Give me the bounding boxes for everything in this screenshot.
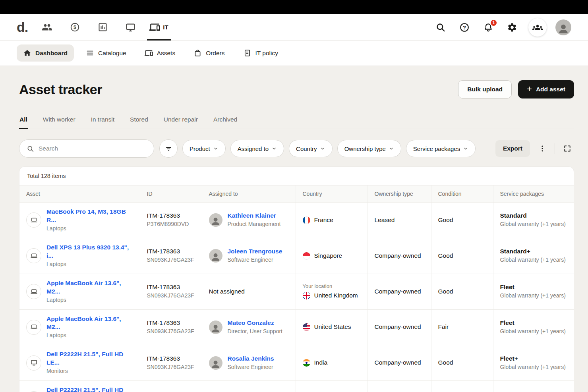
table-row[interactable]: Apple MacBook Air 13.6", M2... Laptops I… [19, 274, 574, 309]
asset-name-link[interactable]: MacBook Pro 14, M3, 18GB R... [46, 208, 133, 224]
assignee-avatar[interactable] [209, 321, 222, 334]
filter-toolbar: Product Assigned to Country Ownership ty… [19, 139, 574, 158]
assignee-role: Director, User Support [228, 327, 283, 336]
asset-name-link[interactable]: Dell P2222H 21.5", Full HD LE... [46, 350, 133, 367]
filter-pill-ownership-type[interactable]: Ownership type [337, 140, 401, 157]
asset-name-link[interactable]: Dell P2222H 21.5", Full HD LE... [46, 386, 133, 392]
column-header-country[interactable]: Country [296, 185, 368, 203]
page-title: Asset tracker [19, 82, 102, 97]
column-header-condition[interactable]: Condition [431, 185, 493, 203]
subnav-item-dashboard[interactable]: Dashboard [17, 44, 74, 62]
not-assigned-text: Not assigned [209, 288, 289, 296]
assignee-avatar[interactable] [209, 213, 222, 227]
filter-pill-country[interactable]: Country [289, 140, 333, 157]
assignee-cell-content: Vidovik Splevins Software Engineer [209, 390, 289, 392]
tab-stored[interactable]: Stored [130, 112, 149, 129]
table-row[interactable]: Apple MacBook Air 13.6", M2... Laptops I… [19, 309, 574, 345]
tab-all[interactable]: All [19, 112, 28, 129]
column-header-ownership-type[interactable]: Ownership type [368, 185, 431, 203]
kebab-menu-icon [538, 145, 546, 153]
laptop-icon [26, 320, 41, 335]
pill-label: Country [296, 145, 317, 152]
bulk-upload-button[interactable]: Bulk upload [458, 80, 512, 98]
app-logo[interactable]: d. [17, 14, 30, 40]
tab-archived[interactable]: Archived [213, 112, 238, 129]
column-header-service-packages[interactable]: Service packages [493, 185, 574, 203]
asset-serial: SN093KJ76GA23F [147, 292, 195, 300]
user-avatar[interactable] [555, 19, 571, 35]
search-input[interactable] [39, 145, 147, 152]
nav-workstation-icon[interactable] [119, 14, 141, 40]
column-header-assigned-to[interactable]: Assigned to [202, 185, 296, 203]
page-content: Asset tracker Bulk upload + Add asset Al… [0, 66, 588, 392]
column-header-id[interactable]: ID [140, 185, 202, 203]
chevron-down-icon [320, 146, 325, 151]
filter-button[interactable] [159, 139, 178, 158]
country-flag [303, 252, 310, 260]
ownership-type: Company-owned [375, 252, 421, 259]
assignee-role: Software Engineer [228, 256, 282, 264]
service-package-detail: Global warranty (+1 years) [500, 220, 567, 228]
filter-pill-service-packages[interactable]: Service packages [406, 140, 476, 157]
notifications-button[interactable]: 1 [481, 20, 496, 35]
filter-pill-product[interactable]: Product [182, 140, 226, 157]
asset-name-link[interactable]: Apple MacBook Air 13.6", M2... [46, 279, 133, 296]
help-button[interactable]: ? [457, 20, 472, 35]
add-asset-button[interactable]: + Add asset [518, 80, 574, 98]
service-package: Fleet+ [500, 390, 567, 392]
subnav-label: Dashboard [35, 50, 68, 57]
search-button[interactable] [433, 20, 448, 35]
fullscreen-button[interactable] [561, 142, 574, 155]
top-nav: d. $ IT ? 1 [0, 14, 588, 41]
pill-label: Assigned to [238, 145, 269, 152]
subnav-item-orders[interactable]: Orders [187, 44, 231, 62]
subnav-item-it-policy[interactable]: IT policy [237, 44, 284, 62]
table-row[interactable]: Dell P2222H 21.5", Full HD LE... Monitor… [19, 381, 574, 392]
condition: Good [438, 216, 453, 223]
person-silhouette-icon [557, 23, 570, 35]
chevron-down-icon [463, 146, 468, 151]
document-icon [243, 49, 251, 57]
asset-id: ITM-178363 [147, 390, 195, 392]
assignee-name-link[interactable]: Joleen Trengrouse [228, 247, 282, 256]
asset-id: ITM-178363 [147, 319, 195, 327]
ownership-type: Leased [375, 216, 395, 223]
settings-button[interactable] [505, 20, 520, 35]
asset-name-link[interactable]: Dell XPS 13 Plus 9320 13.4", i... [46, 243, 133, 260]
asset-category: Laptops [46, 296, 133, 304]
nav-analytics-icon[interactable] [91, 14, 114, 40]
nav-people-icon[interactable] [36, 14, 58, 40]
asset-id: ITM-178363 [147, 212, 195, 220]
tab-with-worker[interactable]: With worker [43, 112, 76, 129]
monitor-icon [125, 22, 136, 33]
assignee-name-link[interactable]: Mateo Gonzalez [228, 319, 283, 327]
assignee-name-link[interactable]: Vidovik Splevins [228, 390, 277, 392]
subnav-item-assets[interactable]: Assets [138, 44, 182, 62]
table-row[interactable]: Dell XPS 13 Plus 9320 13.4", i... Laptop… [19, 238, 574, 274]
condition: Good [438, 252, 453, 259]
assignee-avatar[interactable] [209, 249, 222, 263]
asset-id: ITM-178363 [147, 355, 195, 363]
filter-pill-assigned-to[interactable]: Assigned to [230, 140, 284, 157]
subnav-item-catalogue[interactable]: Catalogue [79, 44, 133, 62]
search-icon [27, 145, 34, 153]
assignee-name-link[interactable]: Kathleen Klainer [228, 212, 281, 220]
assignee-avatar[interactable] [209, 356, 222, 370]
more-options-button[interactable] [536, 142, 549, 155]
svg-text:$: $ [74, 25, 76, 30]
column-header-asset[interactable]: Asset [19, 185, 140, 203]
table-row[interactable]: MacBook Pro 14, M3, 18GB R... Laptops IT… [19, 203, 574, 238]
tab-under-repair[interactable]: Under repair [163, 112, 198, 129]
assignee-name-link[interactable]: Rosalia Jenkins [228, 355, 274, 363]
list-icon [86, 49, 94, 57]
tab-in-transit[interactable]: In transit [91, 112, 115, 129]
people-icon [42, 22, 52, 33]
table-row[interactable]: Dell P2222H 21.5", Full HD LE... Monitor… [19, 345, 574, 381]
country-flag [303, 292, 310, 299]
nav-it-tab[interactable]: IT [147, 14, 170, 40]
export-button[interactable]: Export [495, 140, 530, 157]
asset-name-link[interactable]: Apple MacBook Air 13.6", M2... [46, 315, 133, 332]
search-box[interactable] [19, 139, 154, 158]
team-button[interactable] [528, 18, 547, 37]
nav-finance-icon[interactable]: $ [64, 14, 86, 40]
